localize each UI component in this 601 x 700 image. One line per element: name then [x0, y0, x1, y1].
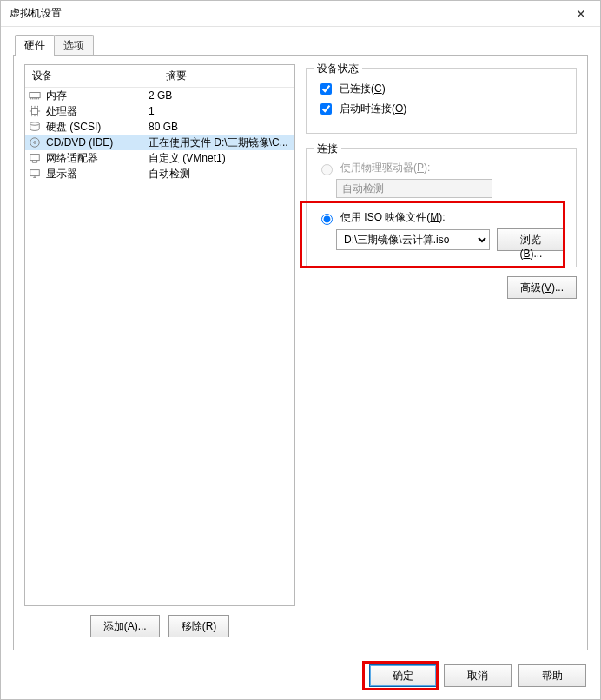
- poweron-label[interactable]: 启动时连接(O): [340, 102, 406, 116]
- add-button[interactable]: 添加(A)...: [90, 615, 160, 637]
- memory-icon: [29, 89, 41, 102]
- device-list[interactable]: 设备 摘要 内存2 GB处理器1硬盘 (SCSI)80 GBCD/DVD (ID…: [24, 64, 295, 606]
- svg-rect-1: [32, 109, 38, 115]
- device-summary: 正在使用文件 D:\三期镜像\C...: [149, 135, 294, 150]
- status-legend: 设备状态: [314, 62, 362, 76]
- connected-checkbox[interactable]: [320, 83, 332, 95]
- vm-settings-window: 虚拟机设置 ✕ 硬件 选项 设备 摘要: [0, 0, 601, 700]
- hdd-icon: [29, 121, 41, 133]
- iso-radio[interactable]: [321, 214, 333, 225]
- connected-row[interactable]: 已连接(C): [317, 81, 565, 97]
- svg-point-3: [30, 138, 40, 148]
- device-name: 内存: [46, 89, 67, 103]
- device-name: 处理器: [46, 104, 77, 119]
- titlebar: 虚拟机设置 ✕: [1, 1, 600, 27]
- tab-label: 硬件: [24, 39, 45, 51]
- hardware-left: 设备 摘要 内存2 GB处理器1硬盘 (SCSI)80 GBCD/DVD (ID…: [24, 64, 295, 641]
- connection-group: 连接 使用物理驱动器(P): 自动检测 使用 ISO 映像文件(M):: [306, 148, 577, 267]
- svg-point-4: [34, 142, 36, 144]
- device-row[interactable]: 内存2 GB: [25, 88, 294, 103]
- device-row[interactable]: 硬盘 (SCSI)80 GB: [25, 119, 294, 135]
- nic-icon: [29, 152, 41, 164]
- physical-drive-dropdown: 自动检测: [336, 179, 492, 198]
- cpu-icon: [29, 105, 41, 117]
- svg-point-2: [30, 122, 40, 126]
- dialog-button-row: 确定 取消 帮助: [1, 656, 600, 699]
- device-summary: 自动检测: [149, 167, 294, 182]
- column-summary: 摘要: [159, 65, 194, 87]
- close-icon[interactable]: ✕: [561, 1, 600, 26]
- tab-label: 选项: [63, 39, 84, 51]
- device-name: 网络适配器: [46, 151, 98, 166]
- device-row[interactable]: 显示器自动检测: [25, 166, 294, 182]
- physical-drive-radio-row: 使用物理驱动器(P):: [317, 161, 565, 175]
- iso-label[interactable]: 使用 ISO 映像文件(M):: [340, 210, 446, 225]
- advanced-row: 高级(V)...: [306, 267, 577, 299]
- column-device: 设备: [25, 65, 159, 87]
- connection-legend: 连接: [314, 142, 341, 156]
- window-title: 虚拟机设置: [10, 6, 62, 21]
- svg-rect-0: [30, 93, 40, 98]
- browse-button-label: 浏览(B)...: [519, 234, 542, 260]
- help-button[interactable]: 帮助: [518, 664, 586, 687]
- device-summary: 2 GB: [149, 89, 294, 102]
- connected-label[interactable]: 已连接(C): [340, 82, 386, 96]
- display-icon: [29, 168, 41, 180]
- remove-button-label: 移除(R): [182, 620, 217, 632]
- cancel-button[interactable]: 取消: [444, 664, 512, 687]
- tab-options[interactable]: 选项: [54, 35, 94, 56]
- hardware-buttons: 添加(A)... 移除(R): [24, 606, 295, 641]
- physical-drive-value: 自动检测: [342, 182, 384, 196]
- device-name: CD/DVD (IDE): [46, 136, 113, 149]
- iso-radio-row[interactable]: 使用 ISO 映像文件(M):: [317, 210, 565, 225]
- poweron-checkbox[interactable]: [320, 103, 332, 115]
- ok-button[interactable]: 确定: [369, 664, 437, 687]
- physical-drive-label: 使用物理驱动器(P):: [340, 161, 430, 175]
- remove-button[interactable]: 移除(R): [168, 615, 230, 637]
- status-group: 设备状态 已连接(C) 启动时连接(O): [306, 68, 577, 134]
- poweron-row[interactable]: 启动时连接(O): [317, 101, 565, 117]
- physical-drive-radio: [321, 164, 333, 175]
- device-summary: 1: [149, 105, 294, 117]
- tab-hardware[interactable]: 硬件: [15, 35, 55, 56]
- advanced-button[interactable]: 高级(V)...: [507, 276, 577, 299]
- cd-icon: [29, 136, 41, 149]
- add-button-label: 添加(A)...: [103, 620, 147, 632]
- device-list-header: 设备 摘要: [25, 65, 294, 88]
- tab-content: 设备 摘要 内存2 GB处理器1硬盘 (SCSI)80 GBCD/DVD (ID…: [13, 55, 588, 650]
- device-name: 显示器: [46, 167, 77, 182]
- svg-rect-5: [30, 155, 40, 161]
- hardware-right: 设备状态 已连接(C) 启动时连接(O) 连接: [306, 64, 577, 641]
- iso-path-row: D:\三期镜像\云计算.iso 浏览(B)...: [336, 228, 565, 251]
- device-summary: 自定义 (VMnet1): [149, 151, 294, 166]
- device-row[interactable]: 网络适配器自定义 (VMnet1): [25, 150, 294, 166]
- device-row[interactable]: CD/DVD (IDE)正在使用文件 D:\三期镜像\C...: [25, 135, 294, 150]
- advanced-button-label: 高级(V)...: [520, 281, 564, 294]
- tabstrip: 硬件 选项: [13, 36, 588, 55]
- device-summary: 80 GB: [149, 121, 294, 133]
- device-row[interactable]: 处理器1: [25, 103, 294, 119]
- browse-button[interactable]: 浏览(B)...: [497, 228, 565, 251]
- dialog-body: 硬件 选项 设备 摘要 内存2 GB处理器1硬盘 (SCSI)80 GBCD/D…: [1, 27, 600, 656]
- device-name: 硬盘 (SCSI): [46, 120, 101, 135]
- iso-path-combo[interactable]: D:\三期镜像\云计算.iso: [336, 229, 490, 250]
- svg-rect-6: [30, 170, 40, 176]
